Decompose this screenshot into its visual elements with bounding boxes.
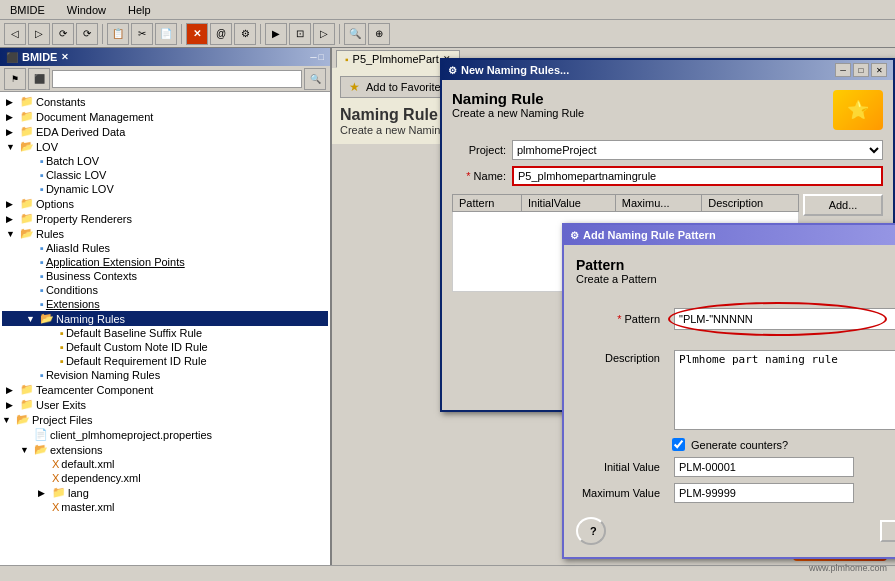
description-row: Description — [576, 350, 895, 432]
tree-item-conditions[interactable]: ▪ Conditions — [2, 283, 328, 297]
generate-counters-checkbox[interactable] — [672, 438, 685, 451]
tab-label: P5_PlmhomePart — [353, 53, 439, 65]
search-btn[interactable]: 🔍 — [304, 68, 326, 90]
menu-window[interactable]: Window — [63, 4, 110, 16]
minimize-icon[interactable]: ─ — [310, 52, 316, 62]
toolbar-btn-14[interactable]: 🔍 — [344, 23, 366, 45]
tree-item-dynamic-lov[interactable]: ▪ Dynamic LOV — [2, 182, 328, 196]
panel-titlebar: ⬛ BMIDE ✕ ─ □ — [0, 48, 330, 66]
toolbar-btn-1[interactable]: ◁ — [4, 23, 26, 45]
maximize-icon[interactable]: □ — [319, 52, 324, 62]
tree-item-default-req[interactable]: ▪ Default Requirement ID Rule — [2, 354, 328, 368]
help-button-pattern[interactable]: ? — [576, 517, 606, 545]
tree-item-options[interactable]: ▶ 📁 Options — [2, 196, 328, 211]
panel-title-left: ⬛ BMIDE ✕ — [6, 51, 69, 63]
pattern-section-title: Pattern — [576, 257, 895, 273]
pattern-section-sub: Create a Pattern — [576, 273, 895, 285]
tree-item-revision[interactable]: ▪ Revision Naming Rules — [2, 368, 328, 382]
pattern-dialog: ⚙ Add Naming Rule Pattern ─ □ ✕ Pattern … — [562, 223, 895, 559]
item-icon: ▪ — [40, 183, 44, 195]
expand-icon: ▶ — [6, 214, 18, 224]
tree-item-biz-ctx[interactable]: ▪ Business Contexts — [2, 269, 328, 283]
xml-icon: X — [52, 501, 59, 513]
project-label: Project: — [452, 144, 512, 156]
tree-item-rules[interactable]: ▼ 📂 Rules — [2, 226, 328, 241]
toolbar-btn-6[interactable]: ✂ — [131, 23, 153, 45]
tree-item-master-xml[interactable]: X master.xml — [2, 500, 328, 514]
panel-toolbar-btn-2[interactable]: ⬛ — [28, 68, 50, 90]
expand-icon: ▶ — [6, 199, 18, 209]
toolbar-btn-8[interactable]: ✕ — [186, 23, 208, 45]
toolbar-btn-15[interactable]: ⊕ — [368, 23, 390, 45]
tree-item-client-props[interactable]: 📄 client_plmhomeproject.properties — [2, 427, 328, 442]
folder-icon: 📁 — [20, 197, 34, 210]
panel-toolbar-btn-1[interactable]: ⚑ — [4, 68, 26, 90]
tree-item-aliasid[interactable]: ▪ AliasId Rules — [2, 241, 328, 255]
tree-label: Conditions — [46, 284, 98, 296]
tree-item-batch-lov[interactable]: ▪ Batch LOV — [2, 154, 328, 168]
folder-icon: 📁 — [20, 212, 34, 225]
naming-dialog-maximize[interactable]: □ — [853, 63, 869, 77]
naming-dialog-minimize[interactable]: ─ — [835, 63, 851, 77]
tree-label: Project Files — [32, 414, 93, 426]
naming-dialog-close[interactable]: ✕ — [871, 63, 887, 77]
tree-item-constants[interactable]: ▶ 📁 Constants — [2, 94, 328, 109]
item-icon: ▪ — [40, 169, 44, 181]
name-input[interactable] — [512, 166, 883, 186]
tree-item-docmgmt[interactable]: ▶ 📁 Document Management — [2, 109, 328, 124]
initial-value-row: Initial Value — [576, 457, 895, 477]
toolbar-btn-4[interactable]: ⟳ — [76, 23, 98, 45]
initial-value-input[interactable] — [674, 457, 854, 477]
tree-label: Default Custom Note ID Rule — [66, 341, 208, 353]
toolbar-sep-2 — [181, 24, 182, 44]
finish-button-pattern[interactable]: Finish — [880, 520, 895, 542]
search-input[interactable] — [52, 70, 302, 88]
tree-item-extensions[interactable]: ▪ Extensions — [2, 297, 328, 311]
tree-label: Business Contexts — [46, 270, 137, 282]
tree-item-eda[interactable]: ▶ 📁 EDA Derived Data — [2, 124, 328, 139]
tree-label: dependency.xml — [61, 472, 140, 484]
tree-item-proprenderers[interactable]: ▶ 📁 Property Renderers — [2, 211, 328, 226]
toolbar-btn-7[interactable]: 📄 — [155, 23, 177, 45]
toolbar-btn-2[interactable]: ▷ — [28, 23, 50, 45]
maximum-value-input[interactable] — [674, 483, 854, 503]
tree-label: Rules — [36, 228, 64, 240]
tree-item-default-xml[interactable]: X default.xml — [2, 457, 328, 471]
toolbar-btn-11[interactable]: ▶ — [265, 23, 287, 45]
item-icon: ▪ — [60, 341, 64, 353]
menu-help[interactable]: Help — [124, 4, 155, 16]
expand-icon: ▶ — [6, 112, 18, 122]
status-bar — [0, 565, 895, 581]
tree-item-naming-rules[interactable]: ▼ 📂 Naming Rules — [2, 311, 328, 326]
add-favorites-label[interactable]: Add to Favorite — [366, 81, 441, 93]
tree-item-lov[interactable]: ▼ 📂 LOV — [2, 139, 328, 154]
tree-item-user-exits[interactable]: ▶ 📁 User Exits — [2, 397, 328, 412]
toolbar-btn-13[interactable]: ▷ — [313, 23, 335, 45]
add-button[interactable]: Add... — [803, 194, 883, 216]
tree-label: lang — [68, 487, 89, 499]
tree-item-custom-note[interactable]: ▪ Default Custom Note ID Rule — [2, 340, 328, 354]
tree-item-dependency-xml[interactable]: X dependency.xml — [2, 471, 328, 485]
toolbar-btn-3[interactable]: ⟳ — [52, 23, 74, 45]
toolbar-btn-10[interactable]: ⚙ — [234, 23, 256, 45]
toolbar-btn-9[interactable]: @ — [210, 23, 232, 45]
pattern-dialog-title-left: ⚙ Add Naming Rule Pattern — [570, 229, 716, 241]
col-desc: Description — [702, 195, 799, 212]
tree-item-classic-lov[interactable]: ▪ Classic LOV — [2, 168, 328, 182]
tree-label: Application Extension Points — [46, 256, 185, 268]
tree-item-app-ext[interactable]: ▪ Application Extension Points — [2, 255, 328, 269]
menu-bmide[interactable]: BMIDE — [6, 4, 49, 16]
toolbar-sep-4 — [339, 24, 340, 44]
tree-item-project-files[interactable]: ▼ 📂 Project Files — [2, 412, 328, 427]
tree-item-teamcenter[interactable]: ▶ 📁 Teamcenter Component — [2, 382, 328, 397]
description-textarea[interactable] — [674, 350, 895, 430]
pattern-required-star: * — [617, 313, 621, 325]
project-select[interactable]: plmhomeProject — [512, 140, 883, 160]
pattern-input[interactable] — [674, 308, 895, 330]
toolbar-btn-5[interactable]: 📋 — [107, 23, 129, 45]
tree-item-lang[interactable]: ▶ 📁 lang — [2, 485, 328, 500]
tree-item-baseline[interactable]: ▪ Default Baseline Suffix Rule — [2, 326, 328, 340]
toolbar-btn-12[interactable]: ⊡ — [289, 23, 311, 45]
col-max: Maximu... — [615, 195, 701, 212]
tree-item-extensions-folder[interactable]: ▼ 📂 extensions — [2, 442, 328, 457]
